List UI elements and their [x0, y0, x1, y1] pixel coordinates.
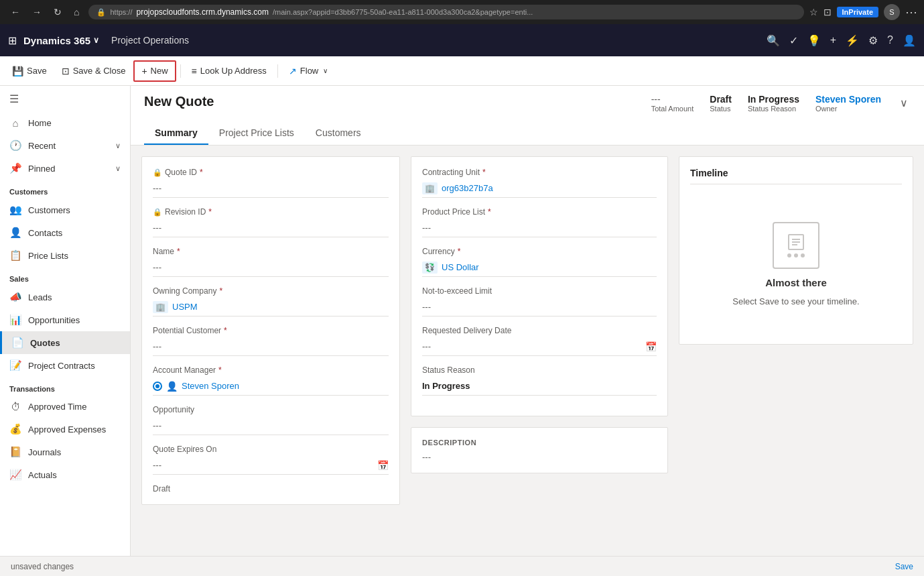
status-save-button[interactable]: Save — [895, 562, 913, 571]
calendar-icon[interactable]: 📅 — [377, 460, 389, 471]
settings-icon[interactable]: ⚙ — [868, 34, 878, 47]
owning-company-label: Owning Company * — [153, 286, 389, 296]
required-asterisk-4: * — [219, 286, 222, 296]
url-secure: https:// — [110, 8, 132, 16]
flow-chevron: ∨ — [323, 67, 328, 74]
app-name-chevron[interactable]: ∨ — [93, 36, 99, 45]
user-icon[interactable]: 👤 — [903, 34, 916, 47]
owner-header-value[interactable]: Steven Sporen — [815, 94, 881, 105]
sidebar-item-contacts[interactable]: 👤 Contacts — [0, 221, 130, 244]
sidebar-item-price-lists[interactable]: 📋 Price Lists — [0, 244, 130, 267]
owning-company-value[interactable]: 🏢 USPM — [153, 298, 389, 316]
new-icon: + — [141, 66, 147, 76]
sidebar-item-leads-label: Leads — [28, 292, 52, 302]
tab-project-price-lists[interactable]: Project Price Lists — [208, 122, 305, 145]
revision-id-value[interactable]: --- — [153, 219, 389, 237]
calendar-icon-2[interactable]: 📅 — [645, 341, 657, 352]
requested-delivery-value[interactable]: --- 📅 — [422, 337, 657, 356]
owner-header-field: Steven Sporen Owner — [815, 94, 881, 113]
owner-field: 👤 Steven Sporen — [153, 381, 239, 392]
owning-company-link[interactable]: 🏢 USPM — [153, 301, 198, 313]
tab-summary[interactable]: Summary — [144, 122, 208, 145]
approved-expenses-icon: 💰 — [9, 423, 21, 435]
sidebar-item-actuals[interactable]: 📈 Actuals — [0, 463, 130, 486]
contracting-unit-value[interactable]: 🏢 org63b27b7a — [422, 179, 657, 198]
contracting-unit-link[interactable]: 🏢 org63b27b7a — [422, 182, 493, 194]
browser-nav-buttons: ← → ↻ ⌂ — [7, 5, 83, 19]
save-close-button[interactable]: ⊡ Save & Close — [55, 62, 133, 80]
cmd-separator — [180, 64, 181, 78]
sidebar-item-quotes[interactable]: 📄 Quotes — [0, 331, 130, 354]
required-asterisk-cur: * — [458, 247, 461, 256]
sidebar-item-recent[interactable]: 🕐 Recent ∨ — [0, 134, 130, 157]
radio-dot-inner — [155, 384, 159, 388]
quote-expires-value[interactable]: --- 📅 — [153, 456, 389, 475]
opportunity-label: Opportunity — [153, 405, 389, 414]
collection-icon[interactable]: ⊡ — [823, 7, 832, 17]
contacts-icon: 👤 — [9, 227, 21, 239]
requested-delivery-label: Requested Delivery Date — [422, 326, 657, 335]
home-button[interactable]: ⌂ — [70, 5, 83, 19]
account-manager-text[interactable]: Steven Sporen — [182, 381, 239, 391]
status-reason-value[interactable]: In Progress — [422, 377, 657, 396]
currency-text: US Dollar — [442, 262, 479, 272]
refresh-button[interactable]: ↻ — [50, 5, 66, 19]
header-expand-button[interactable]: ∨ — [897, 94, 911, 112]
sidebar-item-pinned[interactable]: 📌 Pinned ∨ — [0, 157, 130, 180]
waffle-icon[interactable]: ⊞ — [8, 34, 17, 47]
lookup-address-button[interactable]: ≡ Look Up Address — [185, 62, 273, 80]
required-asterisk-3: * — [177, 247, 180, 256]
quote-id-label: 🔒 Quote ID * — [153, 168, 389, 177]
requested-delivery-text: --- — [422, 341, 431, 351]
sidebar-item-home[interactable]: ⌂ Home — [0, 112, 130, 134]
main-layout: ☰ ⌂ Home 🕐 Recent ∨ 📌 Pinned ∨ Customers… — [0, 86, 924, 556]
forward-button[interactable]: → — [28, 5, 46, 19]
browser-menu-button[interactable]: ⋯ — [905, 5, 917, 19]
sidebar-hamburger[interactable]: ☰ — [0, 86, 130, 112]
sidebar-item-project-contracts[interactable]: 📝 Project Contracts — [0, 354, 130, 377]
checkmark-icon[interactable]: ✓ — [789, 34, 798, 47]
opportunity-value[interactable]: --- — [153, 416, 389, 435]
plus-icon[interactable]: + — [830, 34, 836, 46]
user-avatar[interactable]: S — [884, 4, 900, 20]
new-button[interactable]: + New — [133, 60, 176, 82]
form-area: 🔒 Quote ID * --- 🔒 Revision ID * --- — [131, 146, 924, 516]
sidebar-section-sales: Sales — [0, 267, 130, 286]
sidebar: ☰ ⌂ Home 🕐 Recent ∨ 📌 Pinned ∨ Customers… — [0, 86, 131, 556]
account-manager-value[interactable]: 👤 Steven Sporen — [153, 377, 389, 396]
flow-button[interactable]: ↗ Flow ∨ — [282, 62, 334, 80]
sidebar-item-approved-time[interactable]: ⏱ Approved Time — [0, 396, 130, 418]
not-to-exceed-value[interactable]: --- — [422, 298, 657, 316]
filter-icon[interactable]: ⚡ — [846, 34, 859, 47]
quote-id-value[interactable]: --- — [153, 179, 389, 198]
name-field: Name * --- — [153, 247, 389, 277]
address-bar[interactable]: 🔒 https:// projopscloudfonts.crm.dynamic… — [88, 5, 803, 19]
quote-id-field: 🔒 Quote ID * --- — [153, 168, 389, 198]
save-button[interactable]: 💾 Save — [5, 62, 54, 80]
total-amount-label: Total Amount — [651, 105, 694, 113]
product-price-list-label: Product Price List * — [422, 207, 657, 217]
sidebar-item-contacts-label: Contacts — [28, 228, 62, 238]
star-icon[interactable]: ☆ — [809, 7, 818, 17]
sidebar-item-customers[interactable]: 👥 Customers — [0, 198, 130, 221]
currency-value[interactable]: 💱 US Dollar — [422, 258, 657, 277]
tab-customers[interactable]: Customers — [305, 122, 372, 145]
status-label: Status — [710, 105, 730, 113]
search-icon[interactable]: 🔍 — [767, 34, 780, 47]
requested-delivery-field: Requested Delivery Date --- 📅 — [422, 326, 657, 356]
sidebar-item-approved-expenses[interactable]: 💰 Approved Expenses — [0, 418, 130, 441]
help-icon[interactable]: ? — [887, 34, 893, 46]
back-button[interactable]: ← — [7, 5, 24, 19]
sidebar-item-leads[interactable]: 📣 Leads — [0, 286, 130, 308]
status-reason-header-label: Status Reason — [748, 105, 796, 113]
name-value[interactable]: --- — [153, 258, 389, 277]
product-price-list-value[interactable]: --- — [422, 219, 657, 237]
description-value[interactable]: --- — [422, 452, 657, 462]
sidebar-item-actuals-label: Actuals — [28, 470, 57, 480]
potential-customer-value[interactable]: --- — [153, 337, 389, 356]
form-panel-left: 🔒 Quote ID * --- 🔒 Revision ID * --- — [141, 156, 400, 505]
sidebar-item-opportunities[interactable]: 📊 Opportunities — [0, 308, 130, 331]
currency-link[interactable]: 💱 US Dollar — [422, 262, 479, 274]
lightbulb-icon[interactable]: 💡 — [807, 34, 821, 47]
sidebar-item-journals[interactable]: 📔 Journals — [0, 441, 130, 463]
